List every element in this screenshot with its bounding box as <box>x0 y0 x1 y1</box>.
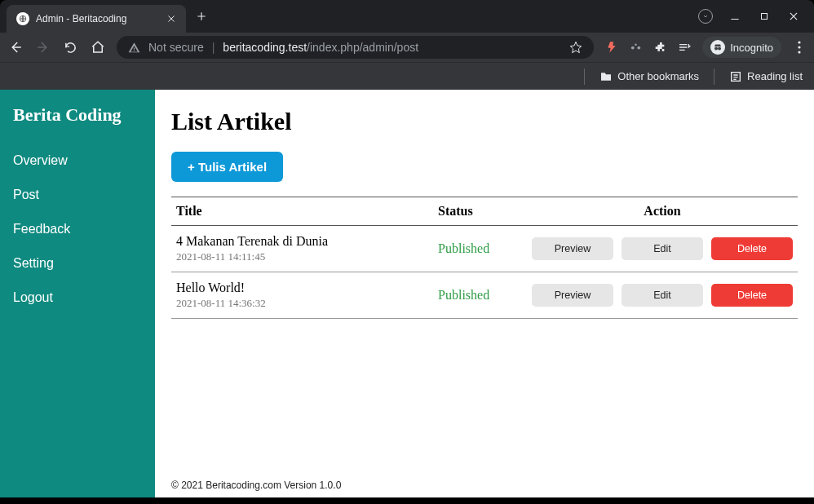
svg-point-3 <box>638 46 641 49</box>
other-bookmarks[interactable]: Other bookmarks <box>599 70 699 83</box>
page-title: List Artikel <box>171 108 798 135</box>
browser-tab-strip: Admin - Beritacoding <box>0 0 814 33</box>
reading-list-icon[interactable] <box>678 41 691 54</box>
window-close-icon[interactable] <box>786 9 801 24</box>
globe-icon <box>16 12 29 25</box>
url-domain: beritacoding.test <box>223 41 307 54</box>
reload-icon[interactable] <box>64 41 77 55</box>
url-path: /index.php/admin/post <box>307 41 418 54</box>
delete-button[interactable]: Delete <box>711 237 793 260</box>
forward-icon <box>36 40 51 55</box>
tab-title: Admin - Beritacoding <box>36 13 126 24</box>
edit-button[interactable]: Edit <box>622 237 703 260</box>
sidebar-item-logout[interactable]: Logout <box>13 281 142 315</box>
table-row: Hello World! 2021-08-11 14:36:32 Publish… <box>171 272 798 319</box>
row-date: 2021-08-11 14:36:32 <box>176 297 428 310</box>
svg-point-6 <box>718 47 721 51</box>
browser-toolbar: Not secure | beritacoding.test/index.php… <box>0 33 814 62</box>
articles-table: Title Status Action 4 Makanan Terenak di… <box>171 197 798 319</box>
incognito-label: Incognito <box>730 42 773 54</box>
svg-point-8 <box>798 46 800 48</box>
reading-list[interactable]: Reading list <box>729 70 803 83</box>
col-title: Title <box>171 197 433 226</box>
edit-button[interactable]: Edit <box>622 284 703 307</box>
sidebar-item-setting[interactable]: Setting <box>13 246 142 281</box>
close-icon[interactable] <box>166 14 176 24</box>
sidebar-item-post[interactable]: Post <box>13 178 142 212</box>
extension-icon[interactable] <box>605 41 618 54</box>
sidebar-item-feedback[interactable]: Feedback <box>13 212 142 246</box>
svg-point-5 <box>714 47 718 51</box>
row-date: 2021-08-11 14:11:45 <box>176 250 428 263</box>
status-badge: Published <box>438 288 489 302</box>
col-status: Status <box>433 197 527 226</box>
new-article-button[interactable]: + Tulis Artikel <box>171 152 283 182</box>
list-icon <box>729 70 742 83</box>
back-icon[interactable] <box>8 40 23 55</box>
svg-point-4 <box>635 43 637 46</box>
chevron-down-icon[interactable] <box>698 9 713 24</box>
svg-point-9 <box>798 51 800 53</box>
row-title: 4 Makanan Terenak di Dunia <box>176 234 428 249</box>
col-action: Action <box>527 197 798 226</box>
bookmarks-bar: Other bookmarks Reading list <box>0 62 814 90</box>
svg-rect-1 <box>762 14 768 20</box>
sidebar: Berita Coding Overview Post Feedback Set… <box>0 90 155 497</box>
brand-title: Berita Coding <box>13 104 142 126</box>
sidebar-item-overview[interactable]: Overview <box>13 144 142 178</box>
minimize-icon[interactable] <box>728 9 742 24</box>
table-row: 4 Makanan Terenak di Dunia 2021-08-11 14… <box>171 226 798 272</box>
incognito-icon <box>710 40 725 55</box>
folder-icon <box>599 70 613 83</box>
maximize-icon[interactable] <box>757 9 772 24</box>
preview-button[interactable]: Preview <box>532 237 613 260</box>
main-content: List Artikel + Tulis Artikel Title Statu… <box>155 90 814 497</box>
warning-icon <box>128 42 140 54</box>
home-icon[interactable] <box>91 40 105 55</box>
menu-icon[interactable] <box>793 41 806 54</box>
svg-point-7 <box>798 41 800 43</box>
browser-tab[interactable]: Admin - Beritacoding <box>7 5 186 33</box>
reading-list-label: Reading list <box>747 70 803 82</box>
status-badge: Published <box>438 241 489 255</box>
delete-button[interactable]: Delete <box>711 284 793 307</box>
other-bookmarks-label: Other bookmarks <box>617 70 699 82</box>
incognito-badge[interactable]: Incognito <box>702 37 781 58</box>
extension-icon[interactable] <box>630 42 642 54</box>
address-bar[interactable]: Not secure | beritacoding.test/index.php… <box>117 36 594 59</box>
preview-button[interactable]: Preview <box>532 284 613 307</box>
security-label: Not secure <box>148 41 204 54</box>
footer-text: © 2021 Beritacoding.com Version 1.0.0 <box>171 471 798 491</box>
bookmark-star-icon[interactable] <box>569 41 582 54</box>
new-tab-button[interactable] <box>192 7 210 25</box>
extensions-icon[interactable] <box>653 41 666 54</box>
row-title: Hello World! <box>176 281 428 295</box>
svg-point-2 <box>631 46 635 49</box>
